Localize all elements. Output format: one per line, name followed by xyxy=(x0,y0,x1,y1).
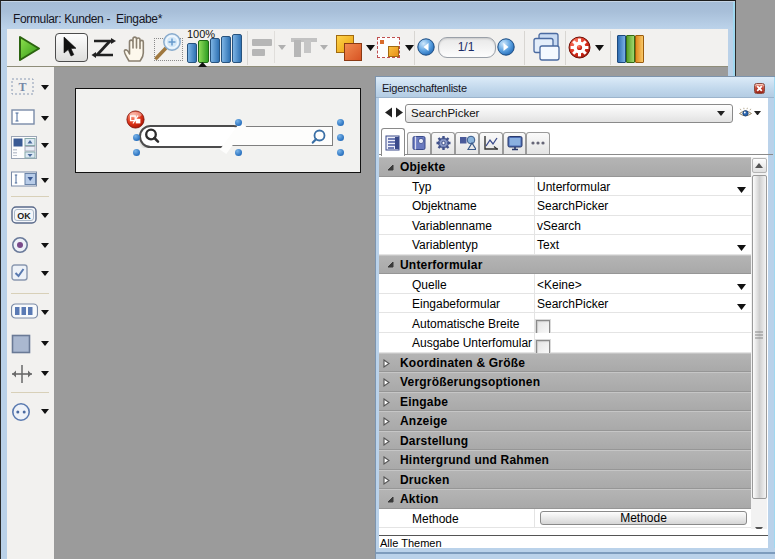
svg-text:OK: OK xyxy=(17,211,31,221)
svg-text:T: T xyxy=(18,80,26,94)
